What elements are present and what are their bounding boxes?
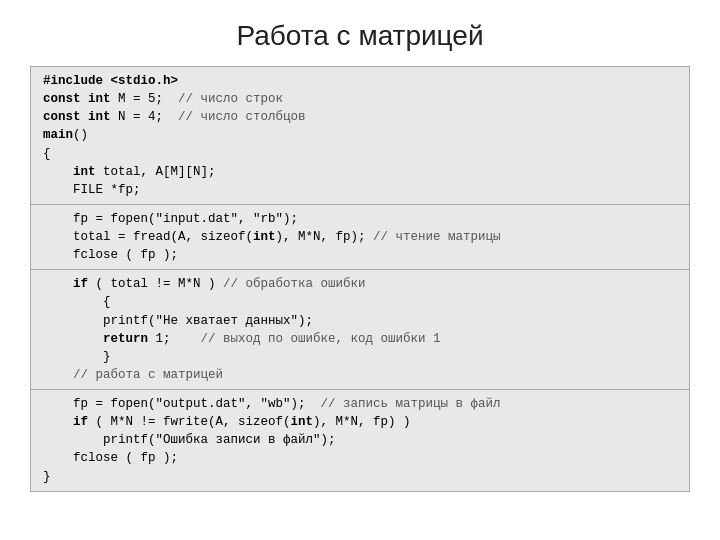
code-line: fclose ( fp ); <box>43 246 677 264</box>
code-line: main() <box>43 126 677 144</box>
code-line: const int M = 5; // число строк <box>43 90 677 108</box>
code-line: } <box>43 348 677 366</box>
code-line: FILE *fp; <box>43 181 677 199</box>
code-block-1: #include <stdio.h> const int M = 5; // ч… <box>31 67 689 204</box>
code-container: #include <stdio.h> const int M = 5; // ч… <box>30 66 690 492</box>
code-line: printf("Ошибка записи в файл"); <box>43 431 677 449</box>
code-line: return 1; // выход по ошибке, код ошибки… <box>43 330 677 348</box>
code-block-2: fp = fopen("input.dat", "rb"); total = f… <box>31 204 689 269</box>
code-line: } <box>43 468 677 486</box>
code-line: fclose ( fp ); <box>43 449 677 467</box>
code-line: // работа с матрицей <box>43 366 677 384</box>
code-line: int total, A[M][N]; <box>43 163 677 181</box>
code-line: fp = fopen("output.dat", "wb"); // запис… <box>43 395 677 413</box>
code-line: { <box>43 293 677 311</box>
code-line: #include <stdio.h> <box>43 72 677 90</box>
code-block-3: if ( total != M*N ) // обработка ошибки … <box>31 269 689 389</box>
code-line: printf("Не хватает данных"); <box>43 312 677 330</box>
code-line: if ( total != M*N ) // обработка ошибки <box>43 275 677 293</box>
code-line: total = fread(A, sizeof(int), M*N, fp); … <box>43 228 677 246</box>
code-block-4: fp = fopen("output.dat", "wb"); // запис… <box>31 389 689 491</box>
page-title: Работа с матрицей <box>0 0 720 66</box>
code-line: const int N = 4; // число столбцов <box>43 108 677 126</box>
code-line: if ( M*N != fwrite(A, sizeof(int), M*N, … <box>43 413 677 431</box>
code-line: { <box>43 145 677 163</box>
code-line: fp = fopen("input.dat", "rb"); <box>43 210 677 228</box>
